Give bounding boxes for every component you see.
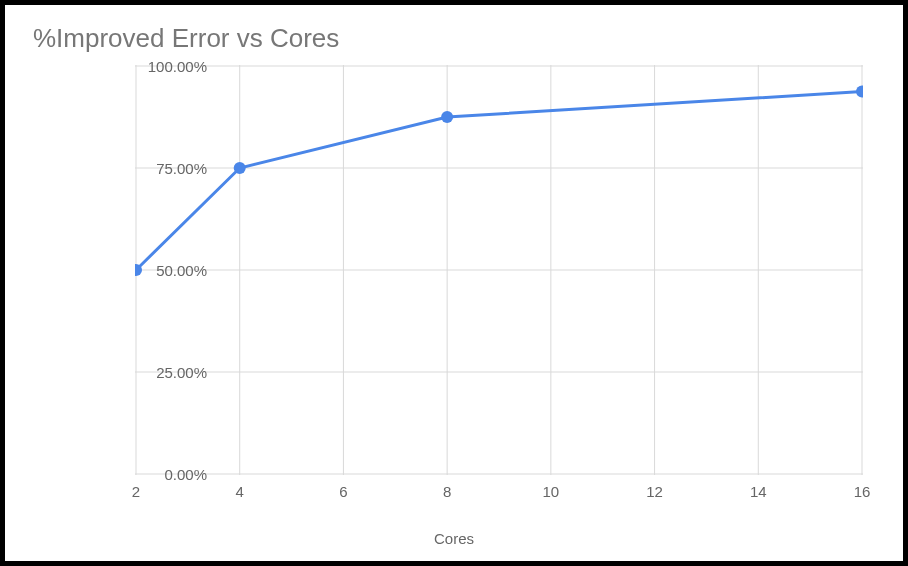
x-tick-label: 2 <box>132 483 140 500</box>
x-tick-label: 16 <box>854 483 871 500</box>
plot-area <box>135 65 863 475</box>
chart-area: 0.00%25.00%50.00%75.00%100.00%2468101214… <box>35 65 873 521</box>
y-tick-label: 50.00% <box>127 262 207 279</box>
x-tick-label: 4 <box>236 483 244 500</box>
svg-point-14 <box>234 162 246 174</box>
y-tick-label: 75.00% <box>127 160 207 177</box>
x-tick-label: 6 <box>339 483 347 500</box>
x-tick-label: 8 <box>443 483 451 500</box>
x-axis-label: Cores <box>434 530 474 547</box>
x-tick-label: 12 <box>646 483 663 500</box>
y-tick-label: 100.00% <box>127 58 207 75</box>
y-tick-label: 25.00% <box>127 364 207 381</box>
y-tick-label: 0.00% <box>127 466 207 483</box>
x-tick-label: 10 <box>543 483 560 500</box>
chart-title: %Improved Error vs Cores <box>33 23 883 54</box>
chart-frame: %Improved Error vs Cores 0.00%25.00%50.0… <box>0 0 908 566</box>
chart-svg <box>135 65 863 475</box>
svg-point-15 <box>441 111 453 123</box>
svg-point-16 <box>856 86 863 98</box>
x-tick-label: 14 <box>750 483 767 500</box>
